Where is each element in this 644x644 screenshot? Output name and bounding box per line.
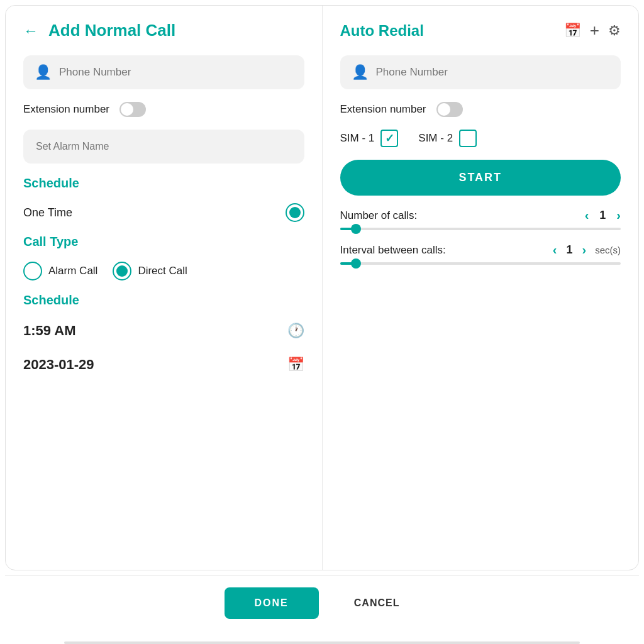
sim2-label: SIM - 2 [418,132,453,145]
calls-stepper: ‹ 1 › [585,208,621,223]
interval-value: 1 [563,243,575,257]
settings-icon[interactable]: ⚙ [608,23,621,39]
one-time-label: One Time [23,206,72,219]
interval-slider[interactable] [340,262,621,265]
contact-icon: 👤 [35,64,52,80]
right-panel: Auto Redial 📅 + ⚙ 👤 Extension number SIM… [323,6,639,570]
extension-row-left: Extension number [23,102,304,117]
bottom-divider [64,641,579,644]
right-phone-input[interactable] [376,66,610,79]
start-button[interactable]: START [340,160,621,196]
interval-row: Interval between calls: ‹ 1 › sec(s) [340,243,621,265]
extension-toggle-left[interactable] [119,102,146,117]
alarm-call-label: Alarm Call [48,265,97,277]
call-type-row: Alarm Call Direct Call [23,262,304,280]
sim1-label: SIM - 1 [340,132,375,145]
schedule-icon[interactable]: 📅 [564,23,581,39]
time-row[interactable]: 1:59 AM 🕐 [23,320,304,341]
sim2-checkbox[interactable] [459,130,477,147]
call-type-header: Call Type [23,235,304,249]
extension-label-left: Extension number [23,103,109,116]
left-header: ← Add Normal Call [23,21,304,40]
left-phone-input-box: 👤 [23,55,304,89]
time-value: 1:59 AM [23,323,76,339]
left-panel: ← Add Normal Call 👤 Extension number Sch… [6,6,323,570]
extension-toggle-right[interactable] [436,102,463,117]
num-calls-label: Number of calls: [340,209,418,222]
extension-row-right: Extension number [340,102,621,117]
sim1-checkbox[interactable] [380,130,398,147]
cancel-button[interactable]: CANCEL [334,587,420,619]
back-button[interactable]: ← [23,22,38,40]
direct-call-label: Direct Call [138,265,187,277]
calls-increment[interactable]: › [616,208,621,223]
left-phone-input[interactable] [59,66,293,79]
direct-call-radio[interactable] [113,262,131,280]
interval-increment[interactable]: › [582,243,586,257]
contact-icon-right: 👤 [352,64,369,80]
calls-row: Number of calls: ‹ 1 › [340,208,621,230]
right-title: Auto Redial [340,22,424,40]
date-value: 2023-01-29 [23,357,94,373]
done-button[interactable]: DONE [225,587,319,619]
left-title: Add Normal Call [48,21,175,40]
interval-label: Interval between calls: [340,244,446,257]
schedule-header-1: Schedule [23,176,304,191]
calls-value: 1 [596,209,609,222]
sim2-option[interactable]: SIM - 2 [418,130,477,147]
right-header: Auto Redial 📅 + ⚙ [340,21,621,40]
alarm-call-radio[interactable] [23,262,42,280]
sim1-option[interactable]: SIM - 1 [340,130,399,147]
add-icon[interactable]: + [590,21,599,40]
calls-slider[interactable] [340,228,621,230]
one-time-radio[interactable] [286,203,304,222]
alarm-call-option[interactable]: Alarm Call [23,262,97,280]
extension-label-right: Extension number [340,103,426,116]
sim-row: SIM - 1 SIM - 2 [340,130,621,147]
one-time-row: One Time [23,203,304,222]
interval-stepper: ‹ 1 › sec(s) [553,243,621,257]
interval-control: Interval between calls: ‹ 1 › sec(s) [340,243,621,257]
alarm-name-input[interactable] [23,130,304,164]
right-phone-input-box: 👤 [340,55,621,89]
date-row[interactable]: 2023-01-29 📅 [23,354,304,375]
calls-control: Number of calls: ‹ 1 › [340,208,621,223]
calendar-icon: 📅 [287,357,304,373]
clock-icon: 🕐 [287,323,304,339]
interval-decrement[interactable]: ‹ [553,243,557,257]
interval-unit: sec(s) [595,245,621,255]
schedule-header-2: Schedule [23,293,304,308]
calls-decrement[interactable]: ‹ [585,208,589,223]
bottom-bar: DONE CANCEL [5,575,639,634]
direct-call-option[interactable]: Direct Call [113,262,187,280]
right-header-icons: 📅 + ⚙ [564,21,621,40]
